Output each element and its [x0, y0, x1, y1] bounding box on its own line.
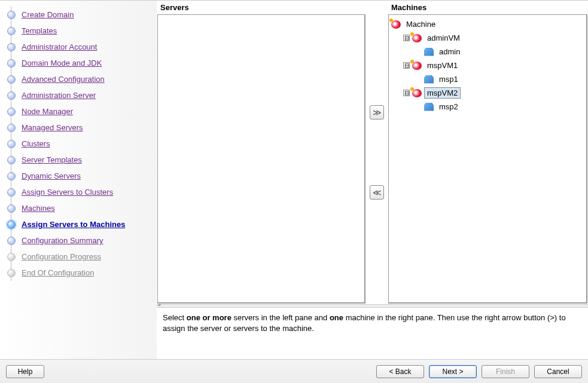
step-dot-icon — [7, 172, 16, 180]
horizontal-splitter[interactable] — [157, 304, 588, 308]
servers-pane-title: Servers — [157, 1, 366, 14]
instructions-text: Select one or more servers in the left p… — [157, 308, 588, 359]
servers-pane: Servers — [157, 1, 366, 304]
footer-right: < Back Next > Finish Cancel — [376, 365, 582, 378]
server-icon — [424, 103, 434, 111]
step-label: Clusters — [22, 139, 50, 148]
step-item-5[interactable]: Administration Server — [0, 87, 157, 103]
step-item-14[interactable]: Configuration Summary — [0, 232, 157, 249]
step-label: Create Domain — [22, 10, 74, 19]
step-dot-icon — [7, 269, 16, 277]
step-label: Node Manager — [22, 107, 73, 116]
machine-icon — [391, 20, 401, 29]
step-item-1[interactable]: Templates — [0, 23, 157, 39]
footer: Help < Back Next > Finish Cancel — [0, 359, 588, 383]
step-item-9[interactable]: Server Templates — [0, 152, 157, 168]
server-label: msp2 — [436, 101, 461, 112]
machine-label: mspVM2 — [424, 87, 461, 99]
step-label: Advanced Configuration — [22, 75, 105, 84]
assign-left-button[interactable]: ≪ — [370, 185, 384, 200]
step-label: Configuration Progress — [22, 252, 101, 261]
machines-pane: Machines Machine ⊟adminVMadmin⊟mspVM1msp… — [388, 1, 588, 304]
step-item-2[interactable]: Administrator Account — [0, 39, 157, 55]
server-node-2-0[interactable]: msp2 — [415, 100, 584, 114]
step-item-13[interactable]: Assign Servers to Machines — [0, 216, 157, 232]
step-label: Domain Mode and JDK — [22, 59, 102, 68]
step-item-16: End Of Configuration — [0, 265, 157, 281]
machine-node-2[interactable]: ⊟mspVM2 — [403, 86, 584, 100]
main-area: Servers ≫ ≪ Machines Machine — [157, 1, 588, 359]
main-container: Create DomainTemplatesAdministrator Acco… — [0, 0, 588, 359]
step-label: End Of Configuration — [22, 268, 94, 277]
step-label: Administrator Account — [22, 42, 97, 51]
step-label: Templates — [22, 26, 57, 35]
step-dot-icon — [7, 253, 16, 261]
collapse-icon[interactable]: ⊟ — [403, 62, 410, 69]
step-dot-icon — [7, 188, 16, 197]
step-dot-icon — [7, 43, 16, 51]
machine-icon — [412, 89, 422, 97]
step-item-8[interactable]: Clusters — [0, 136, 157, 152]
step-label: Machines — [22, 204, 55, 213]
machine-icon — [412, 34, 422, 42]
step-dot-icon — [7, 27, 16, 35]
step-item-10[interactable]: Dynamic Servers — [0, 168, 157, 184]
step-label: Configuration Summary — [22, 236, 103, 245]
machines-pane-body[interactable]: Machine ⊟adminVMadmin⊟mspVM1msp1⊟mspVM2m… — [388, 14, 587, 304]
step-dot-icon — [7, 108, 16, 116]
step-dot-icon — [7, 59, 16, 68]
step-item-15: Configuration Progress — [0, 249, 157, 265]
arrow-column: ≫ ≪ — [366, 1, 388, 304]
step-dot-icon — [7, 75, 16, 84]
step-dot-icon — [7, 11, 16, 19]
collapse-icon[interactable]: ⊟ — [403, 35, 410, 41]
step-item-6[interactable]: Node Manager — [0, 103, 157, 120]
step-item-0[interactable]: Create Domain — [0, 7, 157, 23]
help-button[interactable]: Help — [6, 365, 44, 378]
step-item-4[interactable]: Advanced Configuration — [0, 71, 157, 87]
step-dot-icon — [7, 237, 16, 245]
assign-right-button[interactable]: ≫ — [370, 105, 384, 120]
machine-icon — [412, 62, 422, 70]
step-dot-icon — [7, 156, 16, 164]
step-label: Dynamic Servers — [22, 171, 81, 180]
step-item-12[interactable]: Machines — [0, 200, 157, 216]
server-label: msp1 — [436, 73, 461, 85]
next-button[interactable]: Next > — [429, 365, 477, 378]
step-dot-icon — [7, 220, 16, 229]
back-button[interactable]: < Back — [376, 365, 424, 378]
step-dot-icon — [7, 140, 16, 148]
collapse-icon[interactable]: ⊟ — [403, 90, 410, 96]
machines-pane-title: Machines — [388, 1, 588, 14]
step-item-11[interactable]: Assign Servers to Clusters — [0, 184, 157, 200]
step-label: Server Templates — [22, 155, 82, 164]
machine-node-1[interactable]: ⊟mspVM1 — [403, 59, 584, 72]
server-node-1-0[interactable]: msp1 — [415, 72, 584, 86]
server-label: admin — [436, 46, 463, 57]
servers-pane-body[interactable] — [157, 14, 365, 304]
server-icon — [424, 48, 434, 56]
wizard-sidebar: Create DomainTemplatesAdministrator Acco… — [0, 1, 157, 359]
machine-label: mspVM1 — [424, 60, 461, 71]
step-dot-icon — [7, 124, 16, 132]
step-list: Create DomainTemplatesAdministrator Acco… — [0, 7, 157, 281]
step-label: Administration Server — [22, 91, 96, 100]
server-node-0-0[interactable]: admin — [415, 45, 584, 59]
step-item-7[interactable]: Managed Servers — [0, 120, 157, 136]
tree-root-label: Machine — [403, 19, 438, 30]
server-icon — [424, 75, 434, 84]
step-dot-icon — [7, 91, 16, 100]
step-item-3[interactable]: Domain Mode and JDK — [0, 55, 157, 71]
finish-button: Finish — [482, 365, 529, 378]
panes-row: Servers ≫ ≪ Machines Machine — [157, 1, 588, 304]
cancel-button[interactable]: Cancel — [534, 365, 582, 378]
step-dot-icon — [7, 204, 16, 213]
step-label: Assign Servers to Clusters — [22, 188, 113, 197]
step-label: Assign Servers to Machines — [22, 220, 125, 229]
step-label: Managed Servers — [22, 123, 83, 132]
tree-root[interactable]: Machine — [391, 17, 584, 31]
machine-node-0[interactable]: ⊟adminVM — [403, 31, 584, 45]
machine-label: adminVM — [424, 32, 463, 44]
